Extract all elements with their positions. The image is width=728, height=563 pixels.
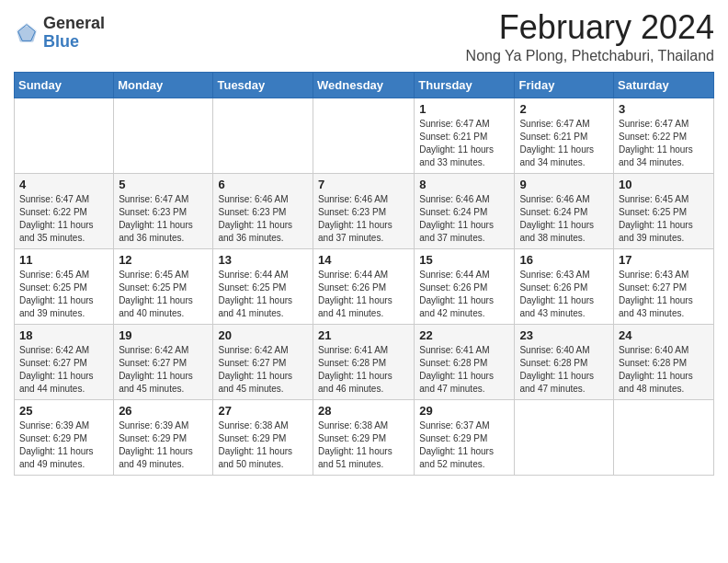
day-info: Sunrise: 6:37 AM Sunset: 6:29 PM Dayligh…	[419, 419, 509, 471]
day-number: 1	[419, 102, 509, 116]
day-cell	[213, 98, 313, 173]
day-cell: 16Sunrise: 6:43 AM Sunset: 6:26 PM Dayli…	[515, 248, 614, 324]
day-cell: 9Sunrise: 6:46 AM Sunset: 6:24 PM Daylig…	[515, 173, 614, 248]
header-cell-thursday: Thursday	[415, 72, 515, 98]
day-cell: 15Sunrise: 6:44 AM Sunset: 6:26 PM Dayli…	[415, 248, 515, 324]
day-info: Sunrise: 6:45 AM Sunset: 6:25 PM Dayligh…	[19, 269, 108, 320]
day-number: 26	[119, 404, 208, 418]
day-info: Sunrise: 6:42 AM Sunset: 6:27 PM Dayligh…	[19, 344, 108, 396]
day-info: Sunrise: 6:46 AM Sunset: 6:23 PM Dayligh…	[318, 193, 409, 245]
day-cell: 1Sunrise: 6:47 AM Sunset: 6:21 PM Daylig…	[415, 98, 515, 173]
day-number: 12	[119, 253, 208, 267]
day-number: 29	[419, 404, 509, 418]
day-info: Sunrise: 6:38 AM Sunset: 6:29 PM Dayligh…	[218, 419, 308, 471]
subtitle: Nong Ya Plong, Phetchaburi, Thailand	[466, 48, 714, 64]
day-info: Sunrise: 6:40 AM Sunset: 6:28 PM Dayligh…	[519, 344, 609, 396]
header-cell-tuesday: Tuesday	[213, 72, 313, 98]
day-cell: 25Sunrise: 6:39 AM Sunset: 6:29 PM Dayli…	[15, 399, 114, 475]
logo-blue: Blue	[43, 33, 105, 52]
day-number: 14	[318, 253, 409, 267]
logo-icon	[14, 20, 40, 46]
day-number: 24	[619, 328, 709, 342]
day-number: 3	[619, 102, 709, 116]
day-number: 20	[218, 328, 308, 342]
title-area: February 2024 Nong Ya Plong, Phetchaburi…	[466, 9, 714, 64]
day-number: 13	[218, 253, 308, 267]
day-number: 2	[519, 102, 609, 116]
day-cell: 10Sunrise: 6:45 AM Sunset: 6:25 PM Dayli…	[614, 173, 714, 248]
week-row-5: 25Sunrise: 6:39 AM Sunset: 6:29 PM Dayli…	[15, 399, 714, 475]
day-cell: 14Sunrise: 6:44 AM Sunset: 6:26 PM Dayli…	[313, 248, 415, 324]
header-row: SundayMondayTuesdayWednesdayThursdayFrid…	[15, 72, 714, 98]
header-cell-friday: Friday	[515, 72, 614, 98]
day-cell: 3Sunrise: 6:47 AM Sunset: 6:22 PM Daylig…	[614, 98, 714, 173]
main-title: February 2024	[466, 9, 714, 46]
header-cell-sunday: Sunday	[15, 72, 114, 98]
calendar-body: 1Sunrise: 6:47 AM Sunset: 6:21 PM Daylig…	[15, 98, 714, 475]
day-number: 17	[619, 253, 709, 267]
week-row-3: 11Sunrise: 6:45 AM Sunset: 6:25 PM Dayli…	[15, 248, 714, 324]
day-number: 25	[19, 404, 108, 418]
day-cell: 12Sunrise: 6:45 AM Sunset: 6:25 PM Dayli…	[114, 248, 213, 324]
day-info: Sunrise: 6:41 AM Sunset: 6:28 PM Dayligh…	[419, 344, 509, 396]
day-cell: 29Sunrise: 6:37 AM Sunset: 6:29 PM Dayli…	[415, 399, 515, 475]
day-cell: 8Sunrise: 6:46 AM Sunset: 6:24 PM Daylig…	[415, 173, 515, 248]
day-info: Sunrise: 6:44 AM Sunset: 6:26 PM Dayligh…	[419, 269, 509, 320]
day-info: Sunrise: 6:41 AM Sunset: 6:28 PM Dayligh…	[318, 344, 409, 396]
day-number: 15	[419, 253, 509, 267]
day-number: 19	[119, 328, 208, 342]
day-cell: 22Sunrise: 6:41 AM Sunset: 6:28 PM Dayli…	[415, 324, 515, 399]
day-number: 11	[19, 253, 108, 267]
day-cell: 13Sunrise: 6:44 AM Sunset: 6:25 PM Dayli…	[213, 248, 313, 324]
day-cell: 4Sunrise: 6:47 AM Sunset: 6:22 PM Daylig…	[15, 173, 114, 248]
day-info: Sunrise: 6:46 AM Sunset: 6:23 PM Dayligh…	[218, 193, 308, 245]
day-number: 8	[419, 178, 509, 191]
week-row-2: 4Sunrise: 6:47 AM Sunset: 6:22 PM Daylig…	[15, 173, 714, 248]
day-number: 28	[318, 404, 409, 418]
day-cell: 6Sunrise: 6:46 AM Sunset: 6:23 PM Daylig…	[213, 173, 313, 248]
day-cell: 27Sunrise: 6:38 AM Sunset: 6:29 PM Dayli…	[213, 399, 313, 475]
day-info: Sunrise: 6:46 AM Sunset: 6:24 PM Dayligh…	[519, 193, 609, 245]
day-info: Sunrise: 6:46 AM Sunset: 6:24 PM Dayligh…	[419, 193, 509, 245]
day-number: 6	[218, 178, 308, 191]
logo-general: General	[43, 15, 105, 33]
day-number: 7	[318, 178, 409, 191]
day-info: Sunrise: 6:42 AM Sunset: 6:27 PM Dayligh…	[218, 344, 308, 396]
day-cell: 20Sunrise: 6:42 AM Sunset: 6:27 PM Dayli…	[213, 324, 313, 399]
day-info: Sunrise: 6:45 AM Sunset: 6:25 PM Dayligh…	[119, 269, 208, 320]
day-number: 18	[19, 328, 108, 342]
header-cell-saturday: Saturday	[614, 72, 714, 98]
day-info: Sunrise: 6:40 AM Sunset: 6:28 PM Dayligh…	[619, 344, 709, 396]
day-cell	[313, 98, 415, 173]
week-row-1: 1Sunrise: 6:47 AM Sunset: 6:21 PM Daylig…	[15, 98, 714, 173]
day-info: Sunrise: 6:39 AM Sunset: 6:29 PM Dayligh…	[19, 419, 108, 471]
day-number: 5	[119, 178, 208, 191]
logo: General Blue	[14, 15, 105, 52]
day-info: Sunrise: 6:42 AM Sunset: 6:27 PM Dayligh…	[119, 344, 208, 396]
day-info: Sunrise: 6:44 AM Sunset: 6:26 PM Dayligh…	[318, 269, 409, 320]
day-info: Sunrise: 6:39 AM Sunset: 6:29 PM Dayligh…	[119, 419, 208, 471]
day-info: Sunrise: 6:47 AM Sunset: 6:21 PM Dayligh…	[419, 118, 509, 169]
day-number: 21	[318, 328, 409, 342]
header: General Blue February 2024 Nong Ya Plong…	[14, 9, 714, 64]
day-number: 10	[619, 178, 709, 191]
day-info: Sunrise: 6:47 AM Sunset: 6:22 PM Dayligh…	[619, 118, 709, 169]
day-number: 16	[519, 253, 609, 267]
header-cell-wednesday: Wednesday	[313, 72, 415, 98]
header-cell-monday: Monday	[114, 72, 213, 98]
day-cell	[15, 98, 114, 173]
day-cell	[614, 399, 714, 475]
day-info: Sunrise: 6:47 AM Sunset: 6:23 PM Dayligh…	[119, 193, 208, 245]
day-info: Sunrise: 6:47 AM Sunset: 6:21 PM Dayligh…	[519, 118, 609, 169]
day-cell	[515, 399, 614, 475]
day-info: Sunrise: 6:45 AM Sunset: 6:25 PM Dayligh…	[619, 193, 709, 245]
day-number: 27	[218, 404, 308, 418]
day-info: Sunrise: 6:38 AM Sunset: 6:29 PM Dayligh…	[318, 419, 409, 471]
day-info: Sunrise: 6:47 AM Sunset: 6:22 PM Dayligh…	[19, 193, 108, 245]
week-row-4: 18Sunrise: 6:42 AM Sunset: 6:27 PM Dayli…	[15, 324, 714, 399]
day-cell: 5Sunrise: 6:47 AM Sunset: 6:23 PM Daylig…	[114, 173, 213, 248]
day-cell: 28Sunrise: 6:38 AM Sunset: 6:29 PM Dayli…	[313, 399, 415, 475]
day-number: 23	[519, 328, 609, 342]
day-cell: 26Sunrise: 6:39 AM Sunset: 6:29 PM Dayli…	[114, 399, 213, 475]
day-info: Sunrise: 6:43 AM Sunset: 6:26 PM Dayligh…	[519, 269, 609, 320]
